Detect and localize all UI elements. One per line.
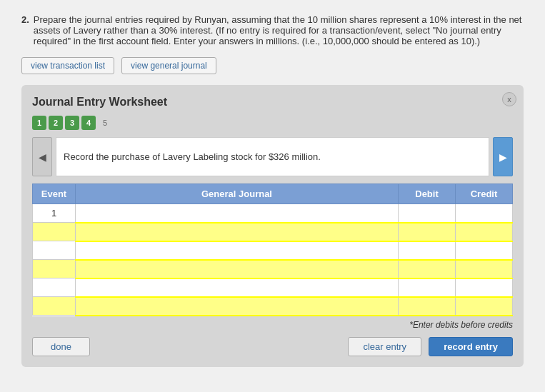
event-cell (33, 241, 76, 260)
credit-input-cell[interactable] (456, 278, 513, 297)
debit-input-cell[interactable] (399, 241, 456, 260)
bottom-row: done clear entry record entry (32, 337, 513, 356)
close-button[interactable]: x (502, 92, 516, 106)
prev-arrow[interactable]: ◀ (32, 137, 52, 176)
credit-input-cell[interactable] (456, 204, 513, 223)
question-number: 2. (21, 14, 29, 46)
general-journal-input-cell[interactable] (76, 260, 399, 278)
worksheet-title: Journal Entry Worksheet (32, 96, 513, 109)
general-journal-input-cell[interactable] (76, 223, 399, 241)
general-journal-input-cell[interactable] (76, 241, 399, 260)
journal-table: Event General Journal Debit Credit 1 (32, 184, 513, 316)
event-cell (33, 297, 76, 316)
journal-entry-worksheet: x Journal Entry Worksheet 1 2 3 4 5 ◀ Re… (21, 85, 524, 367)
tab-4[interactable]: 4 (81, 116, 96, 130)
credit-input-cell[interactable] (456, 241, 513, 260)
tab-2[interactable]: 2 (49, 116, 63, 130)
header-credit: Credit (456, 184, 513, 204)
record-entry-button[interactable]: record entry (429, 337, 513, 356)
table-row (33, 260, 513, 278)
next-arrow[interactable]: ▶ (493, 137, 513, 176)
clear-entry-button[interactable]: clear entry (348, 337, 421, 356)
tab-row: 1 2 3 4 5 (32, 116, 513, 130)
event-cell: 1 (33, 204, 76, 223)
done-button[interactable]: done (32, 337, 90, 356)
header-event: Event (33, 184, 76, 204)
debit-input-cell[interactable] (399, 278, 456, 297)
event-cell (33, 223, 76, 241)
view-transaction-list-button[interactable]: view transaction list (21, 57, 114, 74)
tab-5: 5 (98, 116, 112, 130)
header-debit: Debit (399, 184, 456, 204)
general-journal-input-cell[interactable] (76, 204, 399, 223)
table-row (33, 241, 513, 260)
debit-input-cell[interactable] (399, 260, 456, 278)
description-box: Record the purchase of Lavery Labeling s… (56, 137, 489, 176)
table-row (33, 278, 513, 297)
table-row: 1 (33, 204, 513, 223)
event-cell (33, 260, 76, 278)
debit-input-cell[interactable] (399, 223, 456, 241)
table-row (33, 297, 513, 316)
enter-note: *Enter debits before credits (32, 320, 513, 330)
general-journal-input-cell[interactable] (76, 278, 399, 297)
credit-input-cell[interactable] (456, 297, 513, 316)
header-general-journal: General Journal (76, 184, 399, 204)
debit-input-cell[interactable] (399, 297, 456, 316)
event-cell (33, 278, 76, 297)
debit-input-cell[interactable] (399, 204, 456, 223)
view-general-journal-button[interactable]: view general journal (121, 57, 216, 74)
description-text: Record the purchase of Lavery Labeling s… (64, 151, 321, 162)
tab-1[interactable]: 1 (32, 116, 46, 130)
description-row: ◀ Record the purchase of Lavery Labeling… (32, 137, 513, 176)
tab-3[interactable]: 3 (65, 116, 79, 130)
table-row (33, 223, 513, 241)
credit-input-cell[interactable] (456, 223, 513, 241)
credit-input-cell[interactable] (456, 260, 513, 278)
general-journal-input-cell[interactable] (76, 297, 399, 316)
